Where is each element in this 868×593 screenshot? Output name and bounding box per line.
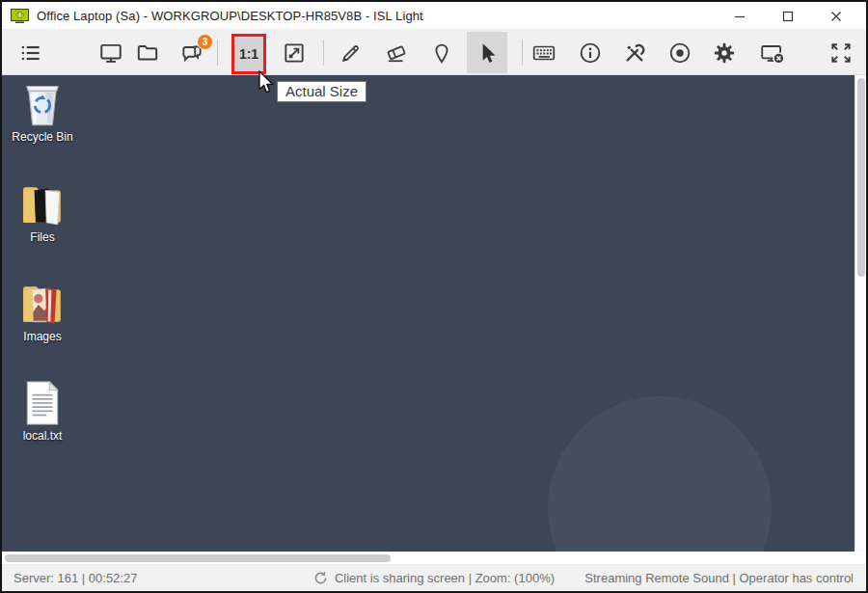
fit-screen-button[interactable] [277,35,312,70]
horizontal-scrollbar-thumb[interactable] [5,554,391,562]
desktop-icon-recycle-bin[interactable]: Recycle Bin [4,81,81,144]
fullscreen-button[interactable] [824,35,858,70]
tools-icon [622,40,647,66]
horizontal-scrollbar[interactable] [2,552,866,565]
record-icon [667,40,692,66]
desktop-icon-label: Images [4,330,81,343]
toolbar: 3 1:1 [2,30,866,75]
select-tool-button[interactable] [467,32,507,73]
folder-icon [135,40,160,66]
fit-screen-icon [282,40,307,66]
draw-button[interactable] [334,35,368,70]
desktop-icon-local-txt[interactable]: local.txt [4,380,81,443]
title-bar: Office Laptop (Sa) - WORKGROUP\DESKTOP-H… [2,2,866,30]
desktop-icon-images[interactable]: Images [4,281,81,343]
fullscreen-icon [828,40,854,66]
remote-desktop-view[interactable]: Recycle Bin Files Images [2,75,866,552]
info-icon [578,40,603,66]
monitor-icon [98,40,123,66]
record-button[interactable] [663,35,697,70]
actual-size-label: 1:1 [239,46,258,62]
vertical-scrollbar[interactable] [854,75,866,552]
end-session-icon [759,40,786,66]
minimize-button[interactable] [716,2,764,30]
desktop-icon-label: Files [4,230,81,244]
pointer-button[interactable] [424,35,459,70]
mouse-cursor [258,70,277,100]
desktop-icon-label: Recycle Bin [4,130,81,144]
file-transfer-button[interactable] [130,35,165,70]
tools-button[interactable] [617,35,652,70]
menu-list-icon [18,40,43,66]
settings-button[interactable] [707,35,742,70]
chat-button[interactable]: 3 [175,35,209,70]
desktop-view-button[interactable] [94,35,128,70]
vertical-scrollbar-thumb[interactable] [857,78,865,277]
info-button[interactable] [573,35,608,70]
pencil-icon [339,40,364,66]
session-menu-button[interactable] [14,35,48,70]
actual-size-tooltip: Actual Size [277,81,366,102]
chat-unread-badge: 3 [197,34,213,50]
keyboard-icon [531,40,556,66]
cursor-icon [475,40,500,66]
toolbar-divider [522,40,523,66]
window-title: Office Laptop (Sa) - WORKGROUP\DESKTOP-H… [37,9,423,23]
pointer-pin-icon [429,40,454,66]
eraser-icon [384,40,409,66]
end-session-button[interactable] [755,35,790,70]
desktop-icon-label: local.txt [4,429,81,443]
maximize-button[interactable] [764,2,812,30]
app-icon [11,9,29,23]
toolbar-divider [323,40,324,66]
wallpaper-circle [548,396,772,552]
chat-icon: 3 [179,40,204,66]
close-button[interactable] [812,2,860,30]
refresh-icon [313,571,328,585]
desktop-icon-files[interactable]: Files [4,181,81,244]
sharing-zoom-status: Client is sharing screen | Zoom: (100%) [335,571,555,585]
toolbar-divider [217,40,218,66]
sound-control-status: Streaming Remote Sound | Operator has co… [584,571,854,585]
actual-size-button[interactable]: 1:1 [231,34,266,74]
isl-light-window: Office Laptop (Sa) - WORKGROUP\DESKTOP-H… [0,0,868,593]
erase-button[interactable] [379,35,414,70]
status-bar: Server: 161 | 00:52:27 Client is sharing… [2,565,866,590]
gear-icon [712,40,737,66]
keyboard-button[interactable] [527,35,561,70]
